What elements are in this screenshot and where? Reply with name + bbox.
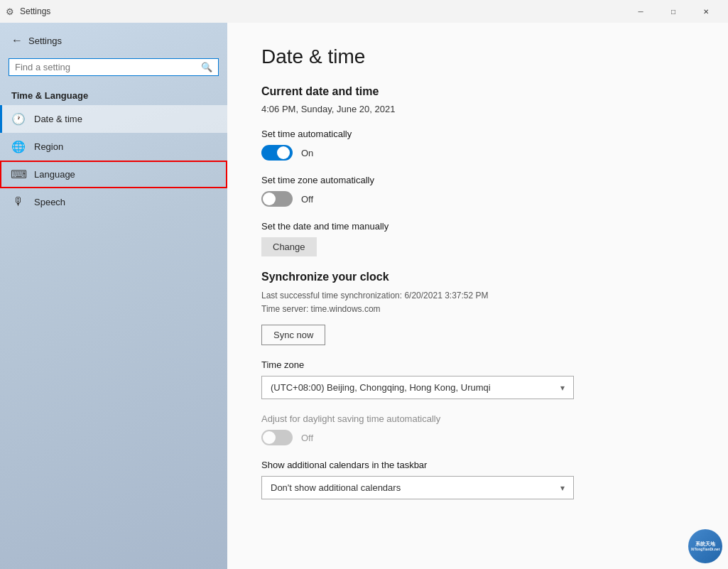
sync-clock-row: Synchronize your clock Last successful t…: [261, 271, 694, 345]
timezone-label: Time zone: [261, 359, 694, 370]
current-datetime: 4:06 PM, Sunday, June 20, 2021: [261, 104, 694, 114]
set-time-auto-row: Set time automatically On: [261, 129, 694, 161]
timezone-row: Time zone (UTC+08:00) Beijing, Chongqing…: [261, 359, 694, 399]
search-icon: 🔍: [201, 62, 212, 72]
sidebar-item-language[interactable]: ⌨ Language: [0, 161, 227, 188]
page-title: Date & time: [261, 45, 694, 68]
set-date-manual-label: Set the date and time manually: [261, 221, 694, 232]
set-timezone-auto-row: Set time zone automatically Off: [261, 175, 694, 207]
set-time-auto-state: On: [301, 148, 313, 158]
date-time-icon: 🕐: [11, 112, 26, 126]
sidebar-item-speech[interactable]: 🎙 Speech: [0, 188, 227, 215]
show-calendars-label: Show additional calendars in the taskbar: [261, 460, 694, 470]
search-input[interactable]: [15, 62, 201, 72]
current-section-title: Current date and time: [261, 85, 694, 98]
sidebar-app-title: Settings: [28, 36, 62, 46]
set-timezone-auto-toggle[interactable]: [261, 191, 293, 207]
language-icon: ⌨: [11, 168, 26, 181]
sidebar-item-label-speech: Speech: [34, 197, 65, 207]
app-body: ← Settings 🔍 Time & Language 🕐 Date & ti…: [0, 23, 728, 569]
timezone-dropdown-arrow: ▾: [560, 383, 565, 393]
sidebar: ← Settings 🔍 Time & Language 🕐 Date & ti…: [0, 23, 227, 569]
back-button[interactable]: ← Settings: [0, 28, 227, 53]
change-button[interactable]: Change: [261, 237, 317, 256]
sidebar-item-label-language: Language: [34, 169, 75, 180]
sidebar-section-title: Time & Language: [0, 82, 227, 105]
daylight-saving-label: Adjust for daylight saving time automati…: [261, 413, 694, 424]
toggle-thumb-daylight: [263, 431, 276, 444]
sync-info: Last successful time synchronization: 6/…: [261, 289, 694, 316]
set-time-auto-label: Set time automatically: [261, 129, 694, 139]
watermark-line2: XiTongTianDi.net: [691, 547, 720, 552]
sync-section-title: Synchronize your clock: [261, 271, 694, 283]
speech-icon: 🎙: [11, 195, 26, 208]
sync-info-line2: Time server: time.windows.com: [261, 303, 694, 316]
timezone-dropdown[interactable]: (UTC+08:00) Beijing, Chongqing, Hong Kon…: [261, 376, 574, 399]
daylight-saving-row: Adjust for daylight saving time automati…: [261, 413, 694, 445]
show-calendars-dropdown[interactable]: Don't show additional calendars ▾: [261, 476, 574, 499]
show-calendars-row: Show additional calendars in the taskbar…: [261, 460, 694, 499]
timezone-dropdown-value: (UTC+08:00) Beijing, Chongqing, Hong Kon…: [271, 382, 491, 393]
watermark-line1: 系统天地: [691, 541, 720, 547]
watermark-circle: 系统天地 XiTongTianDi.net: [688, 529, 722, 563]
daylight-saving-toggle[interactable]: [261, 430, 293, 445]
region-icon: 🌐: [11, 140, 26, 153]
set-timezone-auto-label: Set time zone automatically: [261, 175, 694, 185]
set-timezone-auto-state: Off: [301, 194, 313, 205]
search-box[interactable]: 🔍: [9, 58, 219, 76]
daylight-saving-toggle-row: Off: [261, 430, 694, 445]
titlebar-title: Settings: [20, 6, 624, 16]
close-button[interactable]: ✕: [690, 0, 722, 23]
sidebar-item-label-date-time: Date & time: [34, 114, 82, 124]
sidebar-item-date-time[interactable]: 🕐 Date & time: [0, 105, 227, 133]
maximize-button[interactable]: □: [657, 0, 690, 23]
settings-icon: ⚙: [6, 6, 14, 17]
sync-now-button[interactable]: Sync now: [261, 325, 325, 345]
sidebar-item-label-region: Region: [34, 141, 63, 152]
sidebar-item-region[interactable]: 🌐 Region: [0, 133, 227, 161]
minimize-button[interactable]: ─: [624, 0, 657, 23]
content-area: Date & time Current date and time 4:06 P…: [227, 23, 728, 569]
sync-info-line1: Last successful time synchronization: 6/…: [261, 289, 694, 303]
daylight-saving-state: Off: [301, 433, 313, 443]
toggle-thumb-timezone-auto: [263, 193, 276, 205]
back-arrow-icon: ←: [11, 34, 23, 47]
show-calendars-dropdown-arrow: ▾: [560, 483, 565, 493]
set-time-auto-toggle-row: On: [261, 145, 694, 161]
set-timezone-auto-toggle-row: Off: [261, 191, 694, 207]
show-calendars-dropdown-value: Don't show additional calendars: [271, 482, 401, 493]
toggle-thumb-time-auto: [277, 146, 290, 159]
set-date-manual-row: Set the date and time manually Change: [261, 221, 694, 256]
watermark: 系统天地 XiTongTianDi.net: [688, 529, 722, 563]
titlebar: ⚙ Settings ─ □ ✕: [0, 0, 728, 23]
set-time-auto-toggle[interactable]: [261, 145, 293, 161]
watermark-text: 系统天地 XiTongTianDi.net: [691, 541, 720, 552]
window-controls: ─ □ ✕: [624, 0, 722, 23]
